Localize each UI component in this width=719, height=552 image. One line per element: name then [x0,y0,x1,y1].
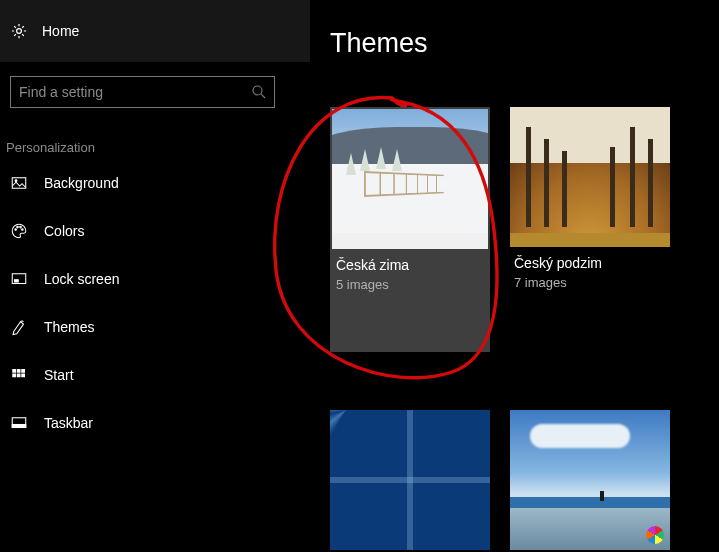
theme-thumbnail [332,109,488,249]
svg-point-4 [15,229,17,231]
svg-rect-11 [17,369,21,373]
themes-icon [10,318,28,336]
theme-grid: Česká zima 5 images Český podzim 7 image… [330,107,719,550]
theme-card-beach[interactable] [510,410,670,550]
theme-name: Česká zima [332,257,488,273]
search-icon [250,83,268,101]
gear-icon [10,22,28,40]
sidebar-item-background[interactable]: Background [0,159,310,207]
nav-label: Background [44,175,119,191]
theme-thumbnail [330,410,490,550]
nav-label: Start [44,367,74,383]
theme-card-windows[interactable] [330,410,490,550]
theme-name: Český podzim [510,255,670,271]
theme-thumbnail [510,410,670,550]
search-input[interactable] [10,76,275,108]
theme-count: 7 images [510,275,670,290]
svg-rect-12 [21,369,25,373]
svg-rect-10 [12,369,16,373]
nav-label: Colors [44,223,84,239]
picture-icon [10,174,28,192]
section-label: Personalization [0,122,310,159]
svg-point-0 [17,29,22,34]
svg-point-1 [253,86,262,95]
sidebar-item-colors[interactable]: Colors [0,207,310,255]
svg-rect-15 [21,374,25,378]
search-wrap [0,62,310,122]
svg-point-5 [17,226,19,228]
main-content: Themes Česká zima 5 images Český podzim … [330,0,719,552]
theme-card-cesky-podzim[interactable]: Český podzim 7 images [510,107,670,352]
home-button[interactable]: Home [0,0,310,62]
svg-rect-2 [12,178,26,189]
svg-point-6 [20,226,22,228]
sidebar-item-start[interactable]: Start [0,351,310,399]
svg-point-3 [15,180,17,182]
lockscreen-icon [10,270,28,288]
svg-rect-9 [15,280,19,282]
palette-icon [10,222,28,240]
svg-point-7 [22,229,24,231]
start-icon [10,366,28,384]
nav-label: Taskbar [44,415,93,431]
theme-thumbnail [510,107,670,247]
nav-label: Lock screen [44,271,119,287]
svg-rect-14 [17,374,21,378]
home-label: Home [42,23,79,39]
sidebar: Home Personalization Background C [0,0,310,552]
search-field[interactable] [11,77,274,107]
sidebar-item-taskbar[interactable]: Taskbar [0,399,310,447]
theme-count: 5 images [332,277,488,292]
svg-rect-17 [12,425,26,428]
sidebar-item-lockscreen[interactable]: Lock screen [0,255,310,303]
page-title: Themes [330,28,719,59]
taskbar-icon [10,414,28,432]
svg-rect-13 [12,374,16,378]
sidebar-item-themes[interactable]: Themes [0,303,310,351]
nav-label: Themes [44,319,95,335]
theme-card-ceska-zima[interactable]: Česká zima 5 images [330,107,490,352]
